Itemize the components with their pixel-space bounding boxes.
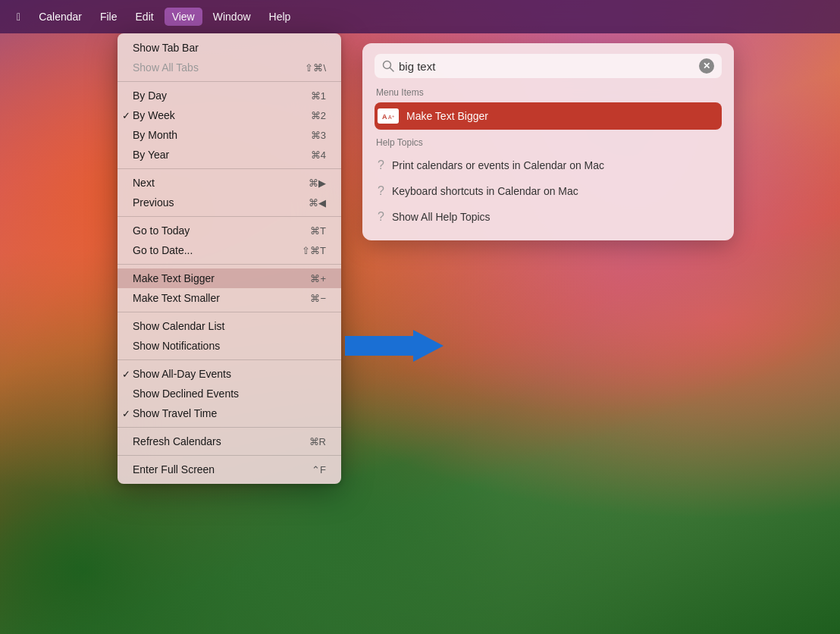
menu-item-make-text-smaller[interactable]: Make Text Smaller ⌘− [118,288,341,308]
help-topic-3[interactable]: ? Show All Help Topics [375,204,722,230]
shortcut-by-year: ⌘4 [311,149,326,161]
divider-5 [118,312,341,312]
menu-item-show-tab-bar[interactable]: Show Tab Bar [118,38,341,58]
help-result-icon: A A + [378,108,399,124]
menu-item-by-day[interactable]: By Day ⌘1 [118,86,341,105]
shortcut-next: ⌘▶ [309,177,326,189]
search-icon [382,60,394,72]
menubar-window[interactable]: Window [205,8,259,26]
menu-item-show-travel-time[interactable]: ✓ Show Travel Time [118,403,341,423]
menu-item-label: By Week [133,109,175,121]
svg-text:+: + [392,114,395,118]
menu-item-show-calendar-list[interactable]: Show Calendar List [118,316,341,336]
menubar-help[interactable]: Help [262,8,299,26]
menu-item-label: Next [133,177,155,189]
divider-1 [118,81,341,82]
divider-3 [118,216,341,217]
menu-item-by-year[interactable]: By Year ⌘4 [118,145,341,165]
menu-item-previous[interactable]: Previous ⌘◀ [118,193,341,212]
help-search-popup: ✕ Menu Items A A + Make Text Bigger Help… [362,43,734,240]
divider-6 [118,359,341,360]
menu-item-label: Enter Full Screen [133,463,215,476]
help-search-bar: ✕ [375,54,722,78]
svg-marker-0 [345,330,444,362]
menu-item-label: Go to Today [133,224,190,237]
help-menu-result-make-text-bigger[interactable]: A A + Make Text Bigger [375,102,722,130]
menu-item-label: By Month [133,129,177,141]
blue-arrow-pointer [345,330,444,365]
menubar-view[interactable]: View [165,8,202,26]
svg-text:A: A [382,113,387,121]
shortcut-show-all-tabs: ⇧⌘\ [305,62,326,74]
menu-item-make-text-bigger[interactable]: Make Text Bigger ⌘+ [118,268,341,288]
menubar-edit[interactable]: Edit [128,8,161,26]
menubar:  Calendar File Edit View Window Help [0,0,840,33]
help-search-input[interactable] [399,60,699,73]
help-section-menu-items-title: Menu Items [375,87,722,98]
menu-item-label: Show All Tabs [133,61,199,74]
divider-2 [118,168,341,169]
menu-item-label: Make Text Smaller [133,292,220,304]
help-section-help-topics-title: Help Topics [375,137,722,148]
shortcut-go-to-today: ⌘T [310,225,326,237]
help-topic-2-label: Keyboard shortcuts in Calendar on Mac [392,185,578,197]
svg-line-2 [390,68,394,72]
menu-item-refresh-calendars[interactable]: Refresh Calendars ⌘R [118,432,341,451]
help-menu-result-label: Make Text Bigger [406,110,488,122]
menu-item-show-all-day-events[interactable]: ✓ Show All-Day Events [118,364,341,384]
help-topic-1[interactable]: ? Print calendars or events in Calendar … [375,152,722,178]
shortcut-by-month: ⌘3 [311,130,326,141]
checkmark-all-day-events: ✓ [122,369,130,380]
help-circle-icon-3: ? [378,210,384,224]
divider-4 [118,264,341,265]
menu-item-label: Make Text Bigger [133,272,215,284]
menubar-calendar[interactable]: Calendar [31,8,89,26]
shortcut-previous: ⌘◀ [309,197,326,209]
help-circle-icon-1: ? [378,158,384,172]
menu-item-label: Show Calendar List [133,320,224,332]
menu-item-show-all-tabs[interactable]: Show All Tabs ⇧⌘\ [118,58,341,77]
shortcut-by-week: ⌘2 [311,110,326,121]
divider-7 [118,427,341,428]
apple-menu[interactable]:  [9,8,28,26]
help-topic-1-label: Print calendars or events in Calendar on… [392,159,604,171]
divider-8 [118,455,341,456]
menu-item-label: Refresh Calendars [133,435,221,447]
help-search-close-button[interactable]: ✕ [699,58,714,74]
menu-item-label: Go to Date... [133,244,193,256]
shortcut-enter-full-screen: ⌃F [312,464,326,476]
menu-item-label: By Day [133,89,167,102]
menu-item-label: Show Travel Time [133,407,217,419]
menubar-file[interactable]: File [92,8,125,26]
view-menu-dropdown: Show Tab Bar Show All Tabs ⇧⌘\ By Day ⌘1… [118,33,341,484]
menu-item-label: By Year [133,149,169,161]
shortcut-make-text-bigger: ⌘+ [310,273,326,284]
menu-item-label: Show Notifications [133,340,220,352]
checkmark-by-week: ✓ [122,110,130,121]
menu-item-show-declined-events[interactable]: Show Declined Events [118,384,341,403]
menu-item-label: Show All-Day Events [133,368,231,380]
shortcut-by-day: ⌘1 [311,90,326,102]
checkmark-travel-time: ✓ [122,408,130,419]
shortcut-refresh-calendars: ⌘R [309,436,326,447]
apple-icon:  [17,11,20,23]
menu-item-show-notifications[interactable]: Show Notifications [118,336,341,356]
menu-item-label: Show Tab Bar [133,42,199,54]
menu-item-next[interactable]: Next ⌘▶ [118,173,341,193]
shortcut-make-text-smaller: ⌘− [310,293,326,304]
menu-item-label: Previous [133,196,174,209]
menu-item-go-to-date[interactable]: Go to Date... ⇧⌘T [118,240,341,260]
menu-item-label: Show Declined Events [133,388,239,400]
menu-item-go-to-today[interactable]: Go to Today ⌘T [118,221,341,240]
menu-item-enter-full-screen[interactable]: Enter Full Screen ⌃F [118,460,341,479]
menu-item-by-month[interactable]: By Month ⌘3 [118,125,341,145]
shortcut-go-to-date: ⇧⌘T [302,245,326,256]
menu-item-by-week[interactable]: ✓ By Week ⌘2 [118,105,341,125]
help-topic-2[interactable]: ? Keyboard shortcuts in Calendar on Mac [375,178,722,204]
help-circle-icon-2: ? [378,184,384,198]
help-topic-3-label: Show All Help Topics [392,211,491,223]
